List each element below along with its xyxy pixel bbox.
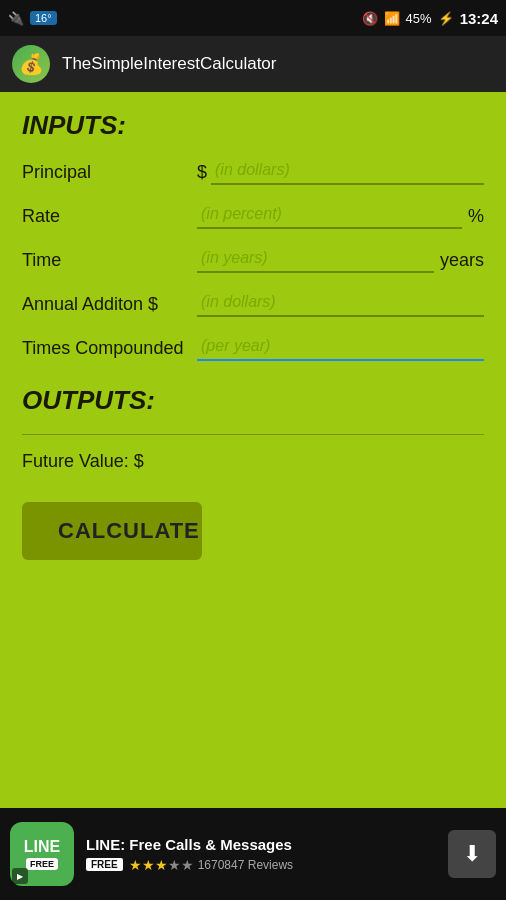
ad-content: LINE: Free Calls & Messages FREE ★★★ ★ ★… [86, 836, 436, 873]
ad-icon-free-label: FREE [26, 858, 58, 870]
times-compounded-input[interactable] [197, 335, 484, 361]
ad-download-button[interactable]: ⬇ [448, 830, 496, 878]
clock: 13:24 [460, 10, 498, 27]
principal-input[interactable] [211, 159, 484, 185]
times-compounded-input-wrapper [197, 335, 484, 361]
annual-addition-row: Annual Additon $ [22, 291, 484, 317]
rate-unit: % [468, 206, 484, 227]
time-input-wrapper [197, 247, 434, 273]
temperature-badge: 16° [30, 11, 57, 25]
time-row: Time years [22, 247, 484, 273]
ad-banner[interactable]: LINE FREE ▶ LINE: Free Calls & Messages … [0, 808, 506, 900]
ad-free-label: FREE [86, 858, 123, 871]
status-bar: 🔌 16° 🔇 📶 45% ⚡ 13:24 [0, 0, 506, 36]
rate-input-wrapper [197, 203, 462, 229]
time-label: Time [22, 250, 197, 271]
principal-row: Principal $ [22, 159, 484, 185]
ad-stars: ★★★ [129, 857, 168, 873]
outputs-divider [22, 434, 484, 435]
ad-play-badge: ▶ [12, 868, 28, 884]
time-unit: years [440, 250, 484, 271]
annual-addition-input[interactable] [197, 291, 484, 317]
app-title: TheSimpleInterestCalculator [62, 54, 276, 74]
future-value-row: Future Value: $ [22, 451, 484, 472]
times-compounded-row: Times Compounded [22, 335, 484, 361]
usb-icon: 🔌 [8, 11, 24, 26]
main-content: INPUTS: Principal $ Rate % Time years An… [0, 92, 506, 808]
ad-bottom-row: FREE ★★★ ★ ★ 1670847 Reviews [86, 857, 436, 873]
rate-row: Rate % [22, 203, 484, 229]
annual-addition-label: Annual Additon $ [22, 294, 197, 315]
calculate-button[interactable]: CALCULATE [22, 502, 202, 560]
play-icon: ▶ [17, 872, 23, 881]
app-icon: 💰 [12, 45, 50, 83]
inputs-section-title: INPUTS: [22, 110, 484, 141]
rate-input[interactable] [197, 203, 462, 229]
battery-text: 45% [406, 11, 432, 26]
charge-icon: ⚡ [438, 11, 454, 26]
principal-label: Principal [22, 162, 197, 183]
time-input[interactable] [197, 247, 434, 273]
download-icon: ⬇ [463, 841, 481, 867]
rate-label: Rate [22, 206, 197, 227]
annual-addition-input-wrapper [197, 291, 484, 317]
principal-input-wrapper [211, 159, 484, 185]
mute-icon: 🔇 [362, 11, 378, 26]
wifi-icon: 📶 [384, 11, 400, 26]
ad-reviews: 1670847 Reviews [198, 858, 293, 872]
ad-star-empty: ★ [181, 857, 194, 873]
ad-icon-text: LINE [24, 838, 60, 856]
times-compounded-label: Times Compounded [22, 338, 197, 359]
outputs-section: OUTPUTS: Future Value: $ [22, 385, 484, 472]
calculate-button-label: CALCULATE [58, 518, 200, 543]
app-icon-emoji: 💰 [19, 52, 44, 76]
ad-title: LINE: Free Calls & Messages [86, 836, 436, 853]
status-right: 🔇 📶 45% ⚡ 13:24 [362, 10, 498, 27]
status-left: 🔌 16° [8, 11, 57, 26]
outputs-section-title: OUTPUTS: [22, 385, 484, 416]
ad-star-half: ★ [168, 857, 181, 873]
principal-currency: $ [197, 162, 207, 183]
ad-app-icon: LINE FREE ▶ [10, 822, 74, 886]
app-bar: 💰 TheSimpleInterestCalculator [0, 36, 506, 92]
